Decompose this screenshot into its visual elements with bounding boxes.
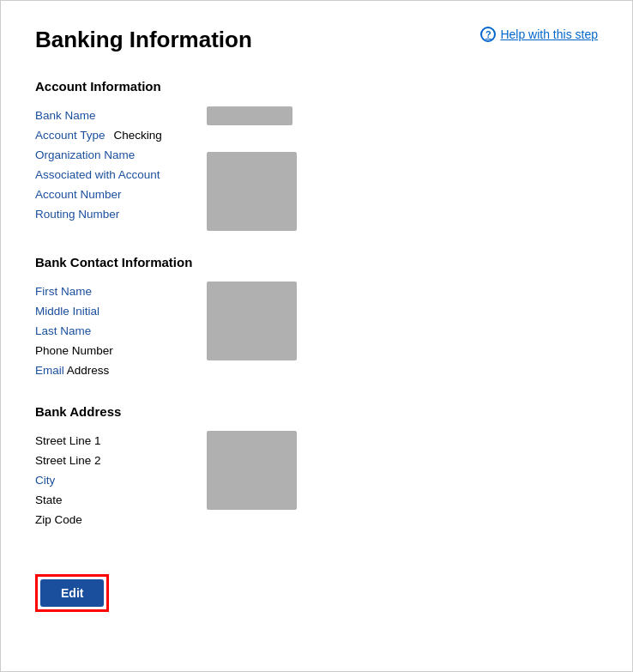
zip-code-label: Zip Code <box>35 510 190 530</box>
last-name-label: Last Name <box>35 321 190 341</box>
bank-address-title: Bank Address <box>35 404 598 419</box>
account-information-title: Account Information <box>35 79 598 94</box>
account-multi-placeholder <box>207 152 297 231</box>
state-label: State <box>35 490 190 510</box>
street-line-2-label: Street Line 2 <box>35 451 190 470</box>
account-placeholders <box>207 106 297 231</box>
phone-number-label: Phone Number <box>35 341 190 360</box>
middle-initial-label: Middle Initial <box>35 301 190 321</box>
street-line-1-label: Street Line 1 <box>35 431 190 451</box>
bank-contact-placeholder-wrapper <box>207 282 297 360</box>
bank-address-section: Bank Address Street Line 1 Street Line 2… <box>35 404 598 530</box>
account-information-fields-row: Bank Name Account Type Checking Organiza… <box>35 106 598 231</box>
associated-account-label: Associated with Account <box>35 165 160 185</box>
first-name-label: First Name <box>35 282 190 301</box>
bank-address-fields-list: Street Line 1 Street Line 2 City State Z… <box>35 431 190 530</box>
city-label: City <box>35 470 190 490</box>
bank-contact-placeholder <box>207 282 297 360</box>
account-type-value: Checking <box>114 125 162 145</box>
bank-name-row: Bank Name <box>35 106 190 125</box>
bank-contact-section: Bank Contact Information First Name Midd… <box>35 255 598 380</box>
bank-contact-fields-row: First Name Middle Initial Last Name Phon… <box>35 282 598 380</box>
bank-contact-title: Bank Contact Information <box>35 255 598 269</box>
account-information-fields-list: Bank Name Account Type Checking Organiza… <box>35 106 190 224</box>
page-header: Banking Information ? Help with this ste… <box>35 27 598 53</box>
help-link-text: Help with this step <box>500 27 598 41</box>
account-type-label: Account Type <box>35 125 106 145</box>
bank-name-placeholder <box>207 106 292 125</box>
associated-account-row: Associated with Account <box>35 165 190 185</box>
organization-name-row: Organization Name <box>35 145 190 165</box>
edit-button-wrapper: Edit <box>35 574 109 612</box>
routing-number-row: Routing Number <box>35 204 190 224</box>
help-icon: ? <box>480 27 496 42</box>
page-title: Banking Information <box>35 27 252 53</box>
bank-address-placeholder-wrapper <box>207 431 297 510</box>
bank-address-placeholder <box>207 431 297 510</box>
organization-name-label: Organization Name <box>35 145 135 165</box>
account-number-row: Account Number <box>35 185 190 204</box>
bank-name-label: Bank Name <box>35 106 96 125</box>
edit-button[interactable]: Edit <box>40 579 104 607</box>
account-type-spacer <box>207 129 297 148</box>
account-number-label: Account Number <box>35 185 122 204</box>
routing-number-label: Routing Number <box>35 204 119 224</box>
account-information-section: Account Information Bank Name Account Ty… <box>35 79 598 231</box>
bank-address-fields-row: Street Line 1 Street Line 2 City State Z… <box>35 431 598 530</box>
account-type-row: Account Type Checking <box>35 125 190 145</box>
help-link[interactable]: ? Help with this step <box>480 27 598 42</box>
bank-contact-fields-list: First Name Middle Initial Last Name Phon… <box>35 282 190 380</box>
page-container: Banking Information ? Help with this ste… <box>0 0 633 672</box>
email-address-label: Email Address <box>35 360 190 380</box>
